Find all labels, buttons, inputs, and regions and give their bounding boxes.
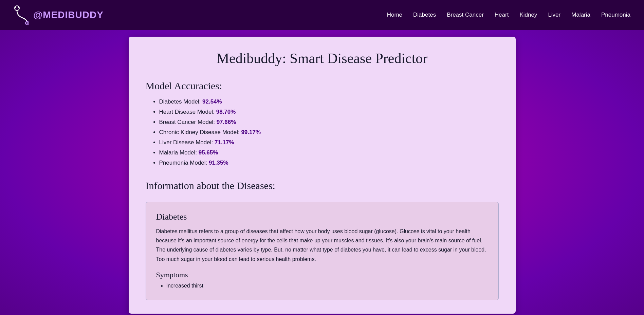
info-heading: Information about the Diseases:: [146, 180, 499, 195]
nav-item-home[interactable]: Home: [387, 12, 402, 18]
list-item: Increased thirst: [166, 283, 488, 289]
accuracy-label: Pneumonia Model:: [159, 160, 209, 166]
accuracy-value: 71.17%: [215, 139, 234, 146]
model-accuracies-heading: Model Accuracies:: [146, 80, 499, 92]
nav-item-pneumonia[interactable]: Pneumonia: [601, 12, 630, 18]
accuracy-value: 98.70%: [216, 109, 236, 115]
disease-card-diabetes: Diabetes Diabetes mellitus refers to a g…: [146, 202, 499, 300]
accuracy-label: Diabetes Model:: [159, 98, 203, 105]
disease-name: Diabetes: [156, 212, 488, 222]
logo-text: @MEDIBUDDY: [33, 10, 104, 20]
list-item: Chronic Kidney Disease Model: 99.17%: [159, 129, 499, 136]
nav-item-breast-cancer[interactable]: Breast Cancer: [447, 12, 484, 18]
accuracy-label: Chronic Kidney Disease Model:: [159, 129, 241, 135]
accuracy-label: Liver Disease Model:: [159, 139, 215, 146]
symptoms-list: Increased thirst: [156, 283, 488, 289]
nav-item-kidney[interactable]: Kidney: [519, 12, 537, 18]
nav-item-liver[interactable]: Liver: [548, 12, 560, 18]
accuracy-value: 99.17%: [241, 129, 261, 135]
logo[interactable]: @MEDIBUDDY: [14, 5, 104, 25]
page-title: Medibuddy: Smart Disease Predictor: [146, 50, 499, 67]
accuracy-label: Breast Cancer Model:: [159, 119, 217, 125]
list-item: Pneumonia Model: 91.35%: [159, 160, 499, 166]
main-content: Medibuddy: Smart Disease Predictor Model…: [129, 37, 516, 314]
accuracy-value: 91.35%: [209, 160, 228, 166]
nav-item-malaria[interactable]: Malaria: [571, 12, 590, 18]
list-item: Breast Cancer Model: 97.66%: [159, 119, 499, 126]
navbar: @MEDIBUDDY Home Diabetes Breast Cancer H…: [0, 0, 644, 30]
nav-links: Home Diabetes Breast Cancer Heart Kidney…: [387, 12, 630, 18]
svg-point-2: [26, 22, 28, 24]
stethoscope-icon: [14, 5, 31, 25]
disease-description: Diabetes mellitus refers to a group of d…: [156, 227, 488, 264]
list-item: Liver Disease Model: 71.17%: [159, 139, 499, 146]
nav-item-heart[interactable]: Heart: [495, 12, 509, 18]
accuracy-label: Malaria Model:: [159, 149, 199, 156]
accuracy-label: Heart Disease Model:: [159, 109, 216, 115]
accuracy-value: 97.66%: [217, 119, 236, 125]
accuracy-value: 95.65%: [199, 149, 218, 156]
list-item: Diabetes Model: 92.54%: [159, 98, 499, 105]
list-item: Malaria Model: 95.65%: [159, 149, 499, 156]
nav-item-diabetes[interactable]: Diabetes: [413, 12, 436, 18]
accuracies-list: Diabetes Model: 92.54% Heart Disease Mod…: [146, 98, 499, 166]
list-item: Heart Disease Model: 98.70%: [159, 109, 499, 115]
symptoms-heading: Symptoms: [156, 271, 488, 279]
accuracy-value: 92.54%: [202, 98, 222, 105]
